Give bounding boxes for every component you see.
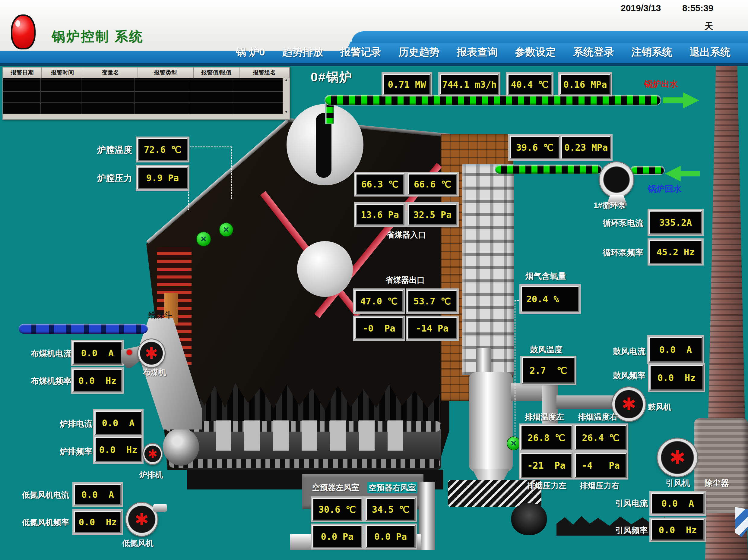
blast-current-label: 鼓风电流 [613,346,646,357]
coal-hopper-label: 给煤斗 [148,310,172,320]
induced-fan-label: 引风机 [666,478,690,489]
furnace-press-value: 9.9 Pa [137,166,188,189]
coal-feeder-current-label: 布煤机电流 [31,348,71,359]
link-line [231,146,232,199]
alarm-scrollbar-horizontal[interactable] [3,114,283,119]
preheater-right-temp: 34.5 ℃ [366,498,416,521]
blast-freq-label: 鼓风频率 [613,370,646,381]
oxygen-label: 烟气含氧量 [525,271,566,282]
eco-outlet-press-right: -14 Pa [407,317,457,339]
grate-current-label: 炉排电流 [60,418,92,429]
circ-pump-freq-label: 循环泵频率 [603,247,643,258]
boiler-outlet-press-value: 0.16 MPa [560,74,611,95]
menu-item-alarms[interactable]: 报警记录 [340,45,381,59]
boiler-title: 0#锅炉 [311,69,353,86]
alarm-lamp-icon [11,15,36,49]
date-text: 2019/3/13 [621,3,661,13]
coal-feeder-hopper-light [127,350,132,355]
lownox-freq-label: 低氮风机频率 [22,517,69,528]
blast-freq-value: 0.0 Hz [649,365,704,391]
coal-feeder-freq-label: 布煤机频率 [31,375,71,386]
valve-icon[interactable] [507,437,520,450]
menu-item-logout[interactable]: 注销系统 [631,45,672,59]
circulation-pump-icon[interactable] [600,162,633,197]
grate-fan-icon[interactable] [143,444,162,464]
link-line [188,189,189,210]
eco-outlet-press-left: -0 Pa [354,317,403,339]
preheater-right-label: 空预器右风室 [367,482,417,493]
alarm-col-date[interactable]: 报警日期 [3,68,42,78]
induced-current-value: 0.0 A [651,492,705,514]
blast-temp-label: 鼓风温度 [530,344,562,355]
circ-pump-current-label: 循环泵电流 [603,218,643,228]
boiler-outlet-temp-value: 40.4 ℃ [507,74,552,95]
preheater-left-label: 空预器左风室 [312,482,359,493]
alarm-col-value[interactable]: 报警值/限值 [194,68,239,78]
return-pipe-label: 锅炉回水 [648,183,682,195]
link-line [515,300,521,301]
boiler-hmi-screen: 锅炉出水 锅炉回水 .pump-green{font-size:62px;} 1… [0,0,748,560]
lownox-fan-outlet [153,504,167,512]
alarm-col-type[interactable]: 报警类型 [138,68,194,78]
eco-inlet-label: 省煤器入口 [387,230,426,240]
exhaust-temp-right-value: 26.4 ℃ [575,425,627,450]
furnace-temp-label: 炉膛温度 [97,144,132,156]
exhaust-temp-left-value: 26.8 ℃ [520,425,572,450]
exhaust-temp-left-label: 排烟温度左 [525,412,564,422]
lownox-current-label: 低氮风机电流 [22,490,69,500]
lownox-fan-icon[interactable] [126,503,158,536]
circ-pump-freq-value: 45.2 Hz [649,240,702,264]
exhaust-press-left-label: 排烟压力左 [527,481,566,491]
induced-freq-value: 0.0 Hz [651,519,705,541]
blast-current-value: 0.0 A [649,337,703,363]
return-temp-value: 39.6 ℃ [510,136,560,159]
scroll-up-icon[interactable]: ▲ [284,78,288,82]
alarm-col-time[interactable]: 报警时间 [42,68,83,78]
menu-item-trend[interactable]: 趋势排放 [282,45,323,59]
alarm-col-group[interactable]: 报警组名 [239,68,289,78]
furnace-press-label: 炉膛压力 [97,172,132,185]
water-pipe-blue [19,324,148,334]
menu-items: 锅 炉0 趋势排放 报警记录 历史趋势 报表查询 参数设定 系统登录 注销系统 … [236,45,746,59]
coal-feeder-fan-icon[interactable] [138,339,165,367]
induced-freq-label: 引风频率 [615,525,648,536]
eco-inlet-press-left: 13.6 Pa [355,204,404,225]
boiler-flow-value: 744.1 m3/h [440,74,499,95]
blast-temp-value: 2.7 ℃ [522,357,575,384]
alarm-col-tag[interactable]: 变量名 [83,68,138,78]
menu-item-exit[interactable]: 退出系统 [689,45,730,59]
return-press-value: 0.23 MPa [561,136,611,159]
menu-item-reports[interactable]: 报表查询 [457,45,498,59]
economizer-lattice [462,164,514,375]
induced-fan-icon[interactable] [657,439,697,477]
coal-feeder-freq-value: 0.0 Hz [72,369,122,392]
lownox-current-value: 0.0 A [74,484,121,506]
valve-icon[interactable] [197,232,211,246]
link-line [187,146,232,147]
scroll-down-icon[interactable]: ▼ [284,110,288,114]
outlet-pipe-riser [326,102,333,124]
coal-feeder-hopper-icon [121,346,139,368]
menu-item-params[interactable]: 参数设定 [515,45,556,59]
eco-outlet-label: 省煤器出口 [385,275,425,286]
alarm-table-body[interactable] [3,78,283,114]
alarm-scrollbar-vertical[interactable]: ▲▼ [283,78,289,114]
grate-freq-value: 0.0 Hz [94,437,142,462]
menu-item-boiler0[interactable]: 锅 炉0 [236,45,265,59]
induced-current-label: 引风电流 [615,498,648,509]
link-line [515,300,515,438]
valve-icon[interactable] [219,223,233,236]
alarm-table: 报警日期 报警时间 变量名 报警类型 报警值/限值 报警组名 ▲▼ [2,67,290,120]
lownox-freq-value: 0.0 Hz [74,511,121,533]
coal-feeder-current-value: 0.0 A [72,341,122,365]
coal-feeder-label: 布煤机 [143,367,166,378]
menu-item-login[interactable]: 系统登录 [573,45,614,59]
dust-collector-label: 除尘器 [705,478,729,489]
furnace-temp-value: 72.6 ℃ [137,138,188,161]
grate-drive-drum [163,428,199,466]
grate-label: 炉排机 [139,469,163,480]
menu-item-history[interactable]: 历史趋势 [398,45,440,59]
day-text: 天 [705,21,713,32]
exhaust-press-left-value: -21 Pa [520,453,572,478]
exhaust-temp-right-label: 排烟温度右 [578,412,617,422]
